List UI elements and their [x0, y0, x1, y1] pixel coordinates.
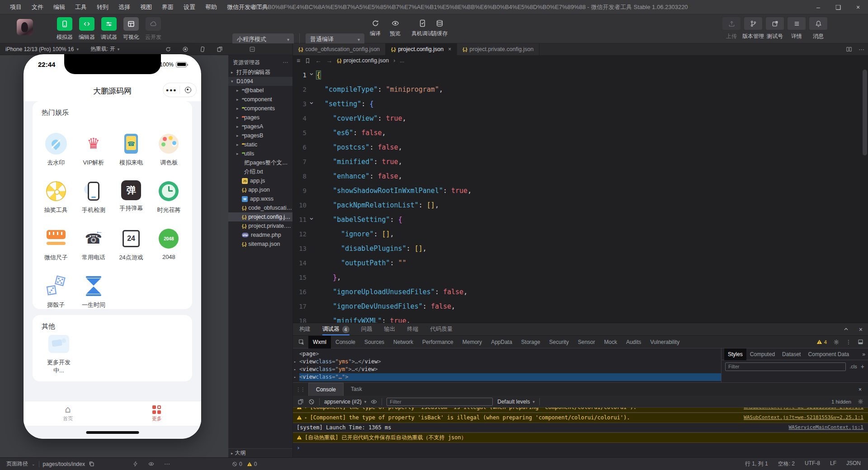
fold-icon[interactable] [307, 68, 316, 82]
devtools-tab-Audits[interactable]: Audits [622, 336, 646, 348]
styles-tab-Component-Data[interactable]: Component Data [804, 348, 853, 360]
tab-首页[interactable]: ⌂首页 [24, 401, 113, 426]
minimize-button[interactable]: – [808, 0, 828, 14]
devtools-tab-Sensor[interactable]: Sensor [573, 336, 599, 348]
mode-button-调试器[interactable]: 调试器 [96, 17, 122, 41]
breadcrumb-more[interactable]: ... [400, 57, 404, 64]
device-select[interactable]: iPhone 12/13 (Pro) 100% 16 ▾ [5, 46, 79, 52]
styles-filter-input[interactable] [725, 362, 846, 371]
hot-reload-select[interactable]: 热重载: 开 ▾ [90, 45, 119, 53]
devtools-tab-AppData[interactable]: AppData [486, 336, 517, 348]
app-grid-item[interactable]: 2424点游戏 [113, 228, 150, 262]
app-grid-item[interactable]: 弹手持弹幕 [113, 180, 150, 214]
panel-tab-调试器[interactable]: 调试器4 [322, 323, 349, 335]
file-readme.php[interactable]: phpreadme.php [228, 230, 292, 240]
restore-button[interactable]: ❏ [828, 0, 848, 14]
file-app.js[interactable]: JSapp.js [228, 176, 292, 185]
devtools-tab-Sources[interactable]: Sources [360, 336, 389, 348]
mode-button-云开发[interactable]: 云开发 [141, 17, 166, 41]
eol[interactable]: LF [830, 460, 836, 468]
menu-item-2[interactable]: 编辑 [49, 1, 70, 13]
file-project.config.json[interactable]: {..}project.config.json [228, 212, 292, 221]
right-action-bell[interactable]: 消息 [806, 17, 831, 40]
menu-item-8[interactable]: 设置 [179, 1, 200, 13]
collapse-icon[interactable] [249, 46, 255, 52]
styles-tab-Dataset[interactable]: Dataset [778, 348, 804, 360]
app-grid-item[interactable]: 调色板 [150, 133, 188, 167]
tree-item-utils[interactable]: ▸utils [228, 149, 292, 158]
source-link[interactable]: WASubContext.js?t=we-52181553&v=2.25.1:1 [744, 408, 863, 411]
outline-section[interactable]: ▸ 大纲 [228, 448, 292, 457]
encoding[interactable]: UTF-8 [805, 460, 820, 468]
expand-icon[interactable]: ▸ [305, 408, 307, 409]
close-tab-icon[interactable]: × [448, 46, 451, 52]
tree-item-@babel[interactable]: ▸@babel [228, 86, 292, 95]
overflow-chevron-icon[interactable]: » [862, 351, 865, 357]
file-app.json[interactable]: {..}app.json [228, 185, 292, 194]
more-menu-button[interactable]: ●●● [163, 87, 179, 93]
bookmark-icon[interactable] [305, 58, 311, 64]
tree-item-components[interactable]: ▸components [228, 104, 292, 113]
more-icon[interactable]: ⋯ [283, 59, 288, 66]
record-icon[interactable] [182, 46, 189, 52]
menu-item-6[interactable]: 视图 [136, 1, 156, 13]
code-editor[interactable]: 1{2 "compileType": "miniprogram",3 "sett… [293, 66, 868, 323]
console-tab-Task[interactable]: Task [344, 383, 369, 396]
clear-console-icon[interactable] [308, 399, 315, 405]
file-pages...[interactable]: 把pages整个文件夹导... [228, 158, 292, 167]
menu-item-7[interactable]: 界面 [157, 1, 178, 13]
source-link[interactable]: WASubContext.js?t=we-52181553&v=2.25.1:1 [744, 414, 863, 421]
devtools-tab-Vulnerability[interactable]: Vulnerability [646, 336, 684, 348]
collapse-panel-icon[interactable] [843, 326, 849, 332]
app-grid-item[interactable]: 抽奖工具 [37, 180, 75, 214]
page-path-label[interactable]: 页面路径 [6, 460, 28, 468]
tab-更多[interactable]: 更多 [113, 401, 202, 426]
editor-scrollbar[interactable] [863, 70, 867, 155]
hidden-count[interactable]: 1 hidden [831, 399, 851, 404]
devtools-tab-Console[interactable]: Console [331, 336, 360, 348]
cursor-position[interactable]: 行 1, 列 1 [745, 460, 768, 468]
more-icon[interactable]: ⋯ [164, 461, 170, 467]
file-sitemap.json[interactable]: {..}sitemap.json [228, 240, 292, 249]
console-filter-input[interactable] [387, 398, 493, 406]
close-console-icon[interactable]: × [859, 386, 862, 393]
wxml-node-1[interactable]: ▸<view class="yms">…</view> [299, 358, 721, 366]
styles-tab-Styles[interactable]: Styles [724, 348, 746, 360]
file-app.wxss[interactable]: Wapp.wxss [228, 194, 292, 203]
tree-item-[interactable]: ▸打开的编辑器 [228, 68, 292, 77]
close-button[interactable]: × [848, 0, 868, 14]
menu-item-1[interactable]: 文件 [27, 1, 48, 13]
app-grid-item[interactable]: ☎模拟来电 [113, 133, 150, 167]
panel-tab-代码质量[interactable]: 代码质量 [430, 323, 453, 335]
wxml-node-2[interactable]: ▸<view class="ym">…</view> [299, 366, 721, 373]
devtools-tab-Network[interactable]: Network [389, 336, 418, 348]
devtools-tab-Storage[interactable]: Storage [517, 336, 545, 348]
gear-icon[interactable] [858, 399, 863, 404]
panel-tab-构建[interactable]: 构建 [299, 323, 311, 335]
panel-tab-输出[interactable]: 输出 [384, 323, 396, 335]
tree-item-pagesB[interactable]: ▸pagesB [228, 131, 292, 140]
page-path-value[interactable]: pages/tools/index [43, 461, 85, 467]
eye-icon[interactable] [371, 399, 377, 405]
app-grid-item[interactable]: 更多开发中... [43, 333, 75, 375]
app-grid-item[interactable]: 手机检测 [75, 180, 112, 214]
devtools-tab-Mock[interactable]: Mock [599, 336, 622, 348]
mode-button-模拟器[interactable]: 模拟器 [52, 17, 77, 41]
more-icon[interactable]: ⋯ [859, 46, 864, 53]
new-file-icon[interactable] [233, 46, 239, 52]
app-grid-item[interactable]: ♛VIP解析 [75, 133, 112, 167]
inspect-icon[interactable] [298, 339, 305, 345]
expand-icon[interactable]: ▸ [294, 358, 299, 366]
editor-tab-project.config.json[interactable]: {..}project.config.json× [386, 43, 457, 55]
language-mode[interactable]: JSON [846, 460, 861, 468]
outline-icon[interactable]: ≡ [297, 57, 300, 64]
forward-icon[interactable]: → [326, 57, 332, 64]
app-grid-item[interactable]: ☎←常用电话 [75, 228, 112, 262]
expand-icon[interactable]: ▸ [305, 415, 307, 420]
split-editor-icon[interactable] [846, 46, 852, 52]
action-device[interactable]: 真机调试 [411, 18, 433, 38]
indent-setting[interactable]: 空格: 2 [778, 460, 795, 468]
devtools-tab-Security[interactable]: Security [545, 336, 573, 348]
fold-icon[interactable] [307, 97, 316, 111]
menu-item-4[interactable]: 转到 [92, 1, 113, 13]
